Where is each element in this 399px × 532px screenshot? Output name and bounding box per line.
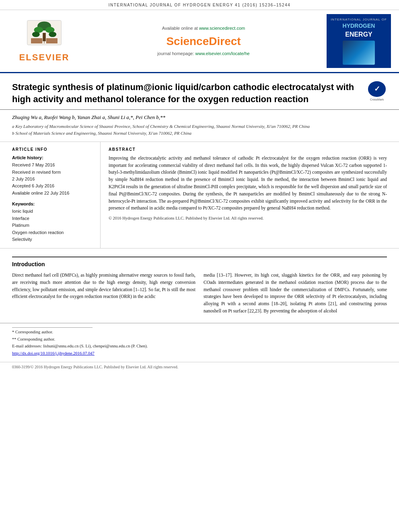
intro-title: Introduction — [12, 261, 387, 269]
he-small-title: International Journal of — [330, 17, 388, 22]
svg-point-4 — [32, 32, 40, 37]
journal-header: INTERNATIONAL JOURNAL OF HYDROGEN ENERGY… — [0, 0, 399, 10]
journal-header-text: INTERNATIONAL JOURNAL OF HYDROGEN ENERGY… — [109, 3, 291, 7]
keywords-section: Keywords: Ionic liquid Interface Platinu… — [12, 201, 94, 242]
hydrogen-energy-logo: International Journal of HYDROGEN ENERGY — [327, 14, 391, 68]
email-text: E-mail addresses: lishuni@snnu.edu.cn (S… — [12, 344, 148, 348]
affiliation-b: b School of Materials Science and Engine… — [12, 130, 387, 136]
corresponding-author-2: ** Corresponding author. — [12, 337, 387, 343]
email-addresses: E-mail addresses: lishuni@snnu.edu.cn (S… — [12, 343, 387, 349]
received-date: Received 7 May 2016 — [12, 162, 94, 168]
accepted-date: Accepted 6 July 2016 — [12, 183, 94, 189]
doi-link[interactable]: http://dx.doi.org/10.1016/j.ijhydene.201… — [12, 351, 387, 357]
article-history-label: Article history: — [12, 155, 94, 161]
top-logos-row: ELSEVIER Available online at www.science… — [0, 10, 399, 73]
abstract-column: ABSTRACT Improving the electrocatalytic … — [109, 142, 387, 249]
journal-homepage-url[interactable]: www.elsevier.com/locate/he — [195, 51, 250, 56]
elsevier-name: ELSEVIER — [19, 51, 70, 64]
svg-point-5 — [49, 32, 56, 37]
authors-section: Zhuqing Wu a, Ruofei Wang b, Yanan Zhai … — [0, 110, 399, 142]
article-title-section: Strategic synthesis of platinum@ionic li… — [0, 73, 399, 109]
available-online-date: Available online 22 July 2016 — [12, 190, 94, 196]
copyright-line: © 2016 Hydrogen Energy Publications LLC.… — [109, 215, 387, 222]
received-revised-label: Received in revised form — [12, 169, 94, 175]
affiliation-a: a Key Laboratory of Macromolecular Scien… — [12, 123, 387, 129]
elsevier-tree-icon — [24, 18, 64, 51]
received-revised-date: 2 July 2016 — [12, 176, 94, 182]
footnotes-rule — [12, 327, 93, 328]
article-title: Strategic synthesis of platinum@ionic li… — [12, 81, 367, 105]
article-info-abstract-row: ARTICLE INFO Article history: Received 7… — [0, 142, 399, 249]
elsevier-logo: ELSEVIER — [8, 18, 80, 64]
crossmark-badge[interactable]: ✓ CrossMark — [367, 81, 387, 101]
intro-right-col: media [13–17]. However, its high cost, s… — [204, 272, 387, 315]
he-energy: ENERGY — [330, 30, 388, 39]
intro-left-col: Direct methanol fuel cell (DMFCs), as hi… — [12, 272, 195, 315]
keyword-interface: Interface — [12, 216, 94, 222]
article-info-label: ARTICLE INFO — [12, 147, 94, 152]
journal-homepage-text: journal homepage: www.elsevier.com/locat… — [88, 51, 319, 57]
corresponding-author-1: * Corresponding author. — [12, 329, 387, 335]
sciencedirect-url[interactable]: www.sciencedirect.com — [199, 26, 245, 31]
abstract-label: ABSTRACT — [109, 147, 387, 152]
crossmark-icon: ✓ — [368, 81, 386, 97]
intro-two-col: Direct methanol fuel cell (DMFCs), as hi… — [12, 272, 387, 315]
keywords-label: Keywords: — [12, 201, 94, 207]
introduction-section: Introduction Direct methanol fuel cell (… — [0, 249, 399, 322]
he-hydrogen: HYDROGEN — [330, 23, 388, 29]
authors-line: Zhuqing Wu a, Ruofei Wang b, Yanan Zhai … — [12, 114, 387, 121]
svg-rect-7 — [31, 38, 42, 43]
abstract-text: Improving the electrocatalytic activity … — [109, 155, 387, 222]
crossmark-label: CrossMark — [370, 98, 384, 102]
keyword-orr: Oxygen reduction reaction — [12, 230, 94, 236]
center-banner: Available online at www.sciencedirect.co… — [80, 25, 327, 57]
article-info-column: ARTICLE INFO Article history: Received 7… — [12, 142, 101, 249]
footnotes-section: * Corresponding author. ** Corresponding… — [0, 323, 399, 362]
available-online-text: Available online at www.sciencedirect.co… — [88, 25, 319, 31]
bottom-copyright: 0360-3199/© 2016 Hydrogen Energy Publica… — [0, 362, 399, 372]
keyword-ionic-liquid: Ionic liquid — [12, 208, 94, 214]
keyword-selectivity: Selectivity — [12, 236, 94, 242]
sciencedirect-logo: ScienceDirect — [88, 33, 319, 49]
intro-divider — [12, 257, 387, 257]
he-cover-image — [343, 41, 375, 65]
keyword-platinum: Platinum — [12, 222, 94, 228]
svg-rect-8 — [46, 38, 58, 43]
